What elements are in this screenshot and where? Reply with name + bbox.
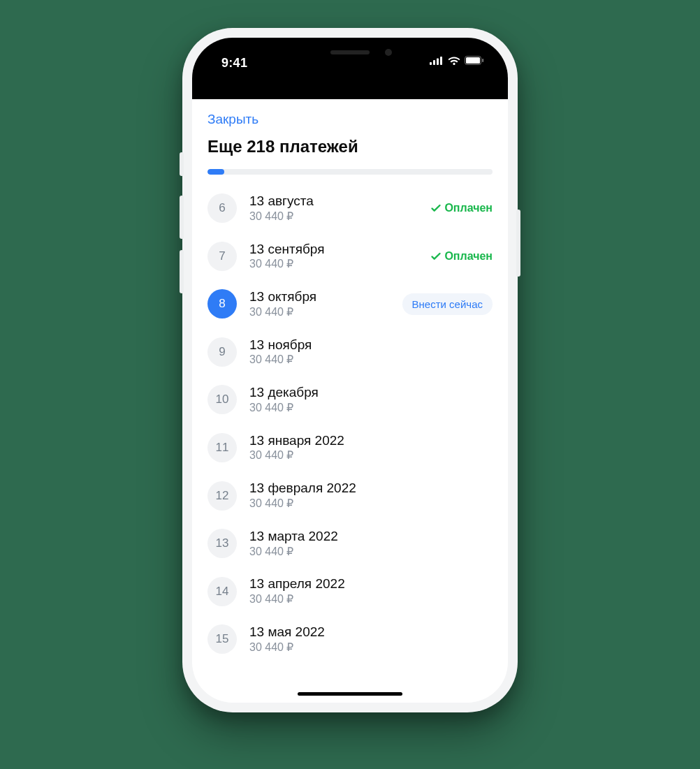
screen: 9:41 Закрыть Еще 218 платежей 61 <box>192 38 508 703</box>
check-icon <box>430 203 442 214</box>
payment-info: 13 октября30 440 ₽ <box>249 288 390 320</box>
payment-amount: 30 440 ₽ <box>249 353 493 367</box>
payment-amount: 30 440 ₽ <box>249 497 493 511</box>
payment-row[interactable]: 613 августа30 440 ₽Оплачен <box>207 184 493 233</box>
payment-index: 11 <box>207 433 237 462</box>
payment-row[interactable]: 1313 марта 202230 440 ₽ <box>207 520 493 568</box>
progress-bar <box>207 169 493 175</box>
payment-amount: 30 440 ₽ <box>249 305 390 320</box>
payment-date: 13 февраля 2022 <box>249 480 493 497</box>
payment-index: 8 <box>207 289 237 318</box>
page-title: Еще 218 платежей <box>207 137 493 169</box>
payment-index: 12 <box>207 481 237 511</box>
svg-rect-3 <box>440 57 442 65</box>
power-button[interactable] <box>516 210 520 277</box>
payment-row[interactable]: 1213 февраля 202230 440 ₽ <box>207 471 493 520</box>
payment-index: 10 <box>207 385 237 414</box>
close-button[interactable]: Закрыть <box>207 99 493 137</box>
payment-row[interactable]: 1013 декабря30 440 ₽ <box>207 376 493 424</box>
progress-fill <box>207 169 224 175</box>
payment-info: 13 августа30 440 ₽ <box>249 193 418 224</box>
phone-frame: 9:41 Закрыть Еще 218 платежей 61 <box>182 28 518 712</box>
battery-icon <box>465 56 484 65</box>
payment-row[interactable]: 1413 апреля 202230 440 ₽ <box>207 567 493 615</box>
payment-amount: 30 440 ₽ <box>249 640 493 655</box>
notch <box>280 38 420 68</box>
payment-list[interactable]: 613 августа30 440 ₽Оплачен713 сентября30… <box>207 184 493 663</box>
status-paid-badge: Оплачен <box>430 202 493 214</box>
payment-info: 13 мая 202230 440 ₽ <box>249 624 493 655</box>
home-indicator[interactable] <box>298 692 402 696</box>
payment-date: 13 октября <box>249 288 390 305</box>
pay-now-button[interactable]: Внести сейчас <box>402 293 493 315</box>
svg-rect-0 <box>430 62 432 65</box>
payment-date: 13 сентября <box>249 241 418 258</box>
volume-up-button[interactable] <box>180 196 184 239</box>
status-icons <box>430 56 484 65</box>
payment-row[interactable]: 1513 мая 202230 440 ₽ <box>207 615 493 664</box>
payment-date: 13 апреля 2022 <box>249 576 493 592</box>
svg-rect-2 <box>437 58 439 65</box>
payment-date: 13 августа <box>249 193 418 210</box>
status-paid-label: Оплачен <box>444 250 493 263</box>
payment-date: 13 января 2022 <box>249 432 493 449</box>
payment-row[interactable]: 713 сентября30 440 ₽Оплачен <box>207 233 493 281</box>
payment-index: 7 <box>207 242 237 271</box>
wifi-icon <box>448 57 460 65</box>
volume-down-button[interactable] <box>180 250 184 293</box>
content: Закрыть Еще 218 платежей 613 августа30 4… <box>192 99 508 703</box>
payment-row[interactable]: 913 ноября30 440 ₽ <box>207 328 493 376</box>
payment-index: 9 <box>207 337 237 367</box>
payment-info: 13 сентября30 440 ₽ <box>249 241 418 272</box>
payment-amount: 30 440 ₽ <box>249 545 493 559</box>
payment-index: 6 <box>207 193 237 223</box>
payment-amount: 30 440 ₽ <box>249 257 418 272</box>
payment-amount: 30 440 ₽ <box>249 210 418 224</box>
status-time: 9:41 <box>221 56 247 71</box>
payment-amount: 30 440 ₽ <box>249 448 493 463</box>
payment-info: 13 ноября30 440 ₽ <box>249 337 493 368</box>
svg-rect-6 <box>482 59 483 62</box>
payment-index: 14 <box>207 577 237 606</box>
payment-row[interactable]: 813 октября30 440 ₽Внести сейчас <box>207 280 493 328</box>
status-bar: 9:41 <box>192 38 508 99</box>
payment-amount: 30 440 ₽ <box>249 401 493 416</box>
payment-info: 13 декабря30 440 ₽ <box>249 384 493 416</box>
payment-info: 13 марта 202230 440 ₽ <box>249 528 493 559</box>
check-icon <box>430 251 442 262</box>
payment-info: 13 апреля 202230 440 ₽ <box>249 576 493 607</box>
payment-row[interactable]: 1113 января 202230 440 ₽ <box>207 424 493 472</box>
payment-date: 13 декабря <box>249 384 493 401</box>
payment-info: 13 января 202230 440 ₽ <box>249 432 493 464</box>
payment-date: 13 мая 2022 <box>249 624 493 640</box>
status-paid-badge: Оплачен <box>430 250 493 263</box>
payment-amount: 30 440 ₽ <box>249 592 493 607</box>
status-paid-label: Оплачен <box>444 202 493 214</box>
payment-date: 13 ноября <box>249 337 493 353</box>
svg-rect-5 <box>466 57 480 64</box>
speaker-grille <box>330 50 370 54</box>
cellular-icon <box>430 57 444 65</box>
silence-switch[interactable] <box>180 152 184 176</box>
svg-rect-1 <box>433 60 435 65</box>
payment-date: 13 марта 2022 <box>249 528 493 545</box>
payment-index: 13 <box>207 529 237 558</box>
payment-info: 13 февраля 202230 440 ₽ <box>249 480 493 511</box>
payment-index: 15 <box>207 624 237 654</box>
front-camera <box>385 49 392 56</box>
